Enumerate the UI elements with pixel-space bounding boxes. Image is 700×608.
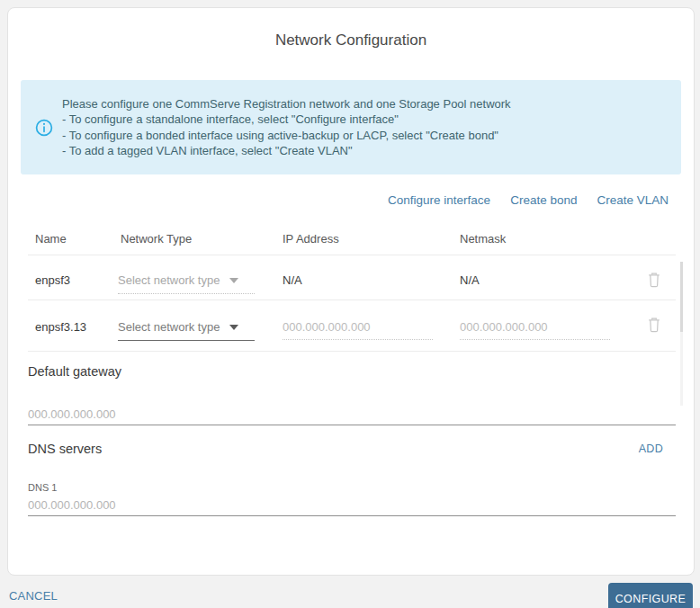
scrollbar[interactable] bbox=[680, 262, 683, 406]
col-header-ip-address: IP Address bbox=[283, 232, 460, 246]
netmask-input[interactable] bbox=[460, 320, 610, 340]
col-header-network-type: Network Type bbox=[121, 232, 283, 246]
ip-address-value: N/A bbox=[283, 255, 460, 300]
network-type-select[interactable]: Select network type bbox=[118, 320, 255, 341]
select-placeholder: Select network type bbox=[118, 320, 220, 334]
table-header-row: Name Network Type IP Address Netmask bbox=[28, 222, 676, 255]
interfaces-table: Name Network Type IP Address Netmask enp… bbox=[28, 222, 676, 352]
info-line: - To add a tagged VLAN interface, select… bbox=[62, 143, 511, 159]
select-placeholder: Select network type bbox=[118, 273, 220, 287]
network-type-select[interactable]: Select network type bbox=[118, 273, 255, 294]
netmask-value: N/A bbox=[460, 255, 617, 300]
info-banner: Please configure one CommServe Registrat… bbox=[21, 80, 681, 174]
dns-servers-label: DNS servers bbox=[28, 442, 102, 456]
table-row: enpsf3.13 Select network type bbox=[28, 300, 676, 352]
dns-1-input[interactable] bbox=[28, 498, 676, 516]
configure-interface-link[interactable]: Configure interface bbox=[388, 193, 490, 207]
info-icon bbox=[35, 119, 53, 137]
cancel-button[interactable]: CANCEL bbox=[9, 589, 58, 603]
info-text: Please configure one CommServe Registrat… bbox=[62, 96, 511, 159]
configure-button[interactable]: CONFIGURE bbox=[608, 583, 693, 608]
network-configuration-dialog: Network Configuration Please configure o… bbox=[7, 7, 695, 576]
default-gateway-label: Default gateway bbox=[28, 364, 121, 379]
interface-name: enpsf3 bbox=[35, 255, 121, 300]
chevron-down-icon bbox=[229, 278, 238, 283]
dns-servers-header: DNS servers ADD bbox=[28, 442, 676, 456]
interface-name: enpsf3.13 bbox=[35, 300, 121, 351]
page-title: Network Configuration bbox=[8, 31, 694, 49]
default-gateway-input[interactable] bbox=[28, 407, 676, 425]
dns-1-label: DNS 1 bbox=[28, 482, 57, 493]
trash-icon bbox=[647, 272, 661, 288]
add-dns-link[interactable]: ADD bbox=[639, 443, 676, 455]
col-header-name: Name bbox=[35, 232, 121, 246]
delete-interface-button[interactable] bbox=[647, 272, 661, 288]
info-line: Please configure one CommServe Registrat… bbox=[62, 96, 511, 112]
trash-icon bbox=[647, 317, 661, 333]
scrollbar-thumb[interactable] bbox=[680, 262, 683, 332]
create-bond-link[interactable]: Create bond bbox=[510, 193, 577, 207]
info-line: - To configure a standalone interface, s… bbox=[62, 112, 511, 128]
create-vlan-link[interactable]: Create VLAN bbox=[597, 193, 669, 207]
col-header-netmask: Netmask bbox=[460, 232, 617, 246]
delete-interface-button[interactable] bbox=[647, 317, 661, 333]
table-actions: Configure interface Create bond Create V… bbox=[388, 193, 669, 207]
chevron-down-icon bbox=[229, 325, 238, 330]
info-line: - To configure a bonded interface using … bbox=[62, 128, 511, 144]
table-row: enpsf3 Select network type N/A N/A bbox=[28, 255, 676, 300]
ip-address-input[interactable] bbox=[283, 320, 433, 340]
